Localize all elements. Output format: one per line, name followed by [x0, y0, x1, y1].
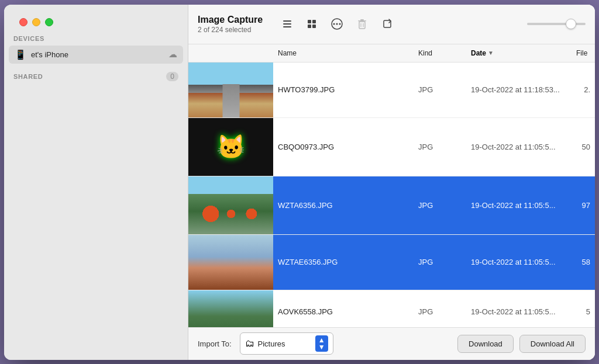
file-name: AOVK6558.JPG — [273, 305, 414, 318]
thumbnail-cell — [188, 118, 273, 176]
svg-rect-1 — [283, 23, 291, 25]
import-to-label: Import To: — [198, 339, 232, 348]
shared-label: SHARED — [13, 73, 166, 80]
table-row[interactable]: CBQO0973.JPG JPG 19-Oct-2022 at 11:05:5.… — [188, 118, 595, 176]
file-list: Name Kind Date ▼ File HWTO3799.JPG JPG 1… — [188, 44, 595, 327]
destination-dropdown-button[interactable]: ▲ ▼ — [315, 335, 328, 352]
device-item[interactable]: 📱 et's iPhone ☁ — [9, 46, 183, 64]
table-header: Name Kind Date ▼ File — [188, 44, 595, 63]
shared-count: 0 — [166, 72, 178, 81]
kind-col-header: Kind — [414, 47, 466, 60]
iphone-icon: 📱 — [15, 49, 26, 60]
traffic-lights — [19, 18, 53, 26]
file-size: 97 — [572, 199, 595, 212]
app-title: Image Capture — [198, 14, 263, 25]
thumbnail-cell — [188, 235, 273, 290]
table-row[interactable]: WZTA6356.JPG JPG 19-Oct-2022 at 11:05:5.… — [188, 176, 595, 235]
grid-view-button[interactable] — [302, 15, 321, 33]
thumbnail-cell — [188, 176, 273, 234]
thumbnail-cell — [188, 63, 273, 117]
row-data: AOVK6558.JPG JPG 19-Oct-2022 at 11:05:5.… — [273, 290, 595, 327]
file-size: 50 — [572, 140, 595, 154]
file-date: 19-Oct-2022 at 11:18:53... — [466, 83, 572, 96]
file-name: HWTO3799.JPG — [273, 83, 414, 96]
svg-rect-6 — [312, 25, 316, 28]
thumbnail-road — [188, 63, 273, 117]
more-button[interactable] — [327, 14, 347, 34]
row-data: WZTAE6356.JPG JPG 19-Oct-2022 at 11:05:5… — [273, 235, 595, 290]
svg-point-8 — [336, 23, 338, 25]
svg-rect-4 — [312, 20, 316, 23]
rotate-icon — [381, 18, 394, 30]
thumbnail-cat — [188, 118, 273, 176]
minimize-button[interactable] — [32, 18, 40, 26]
more-icon — [331, 18, 343, 30]
svg-rect-11 — [360, 19, 364, 20]
row-data: WZTA6356.JPG JPG 19-Oct-2022 at 11:05:5.… — [273, 176, 595, 234]
file-kind: JPG — [414, 255, 466, 269]
file-kind: JPG — [414, 83, 466, 96]
file-name: WZTAE6356.JPG — [273, 255, 414, 269]
trash-icon — [356, 18, 368, 30]
app-title-block: Image Capture 2 of 224 selected — [198, 14, 263, 33]
list-view-button[interactable] — [278, 15, 297, 33]
svg-point-9 — [339, 23, 341, 25]
folder-icon: 🗂 — [245, 338, 254, 349]
sidebar: DEVICES 📱 et's iPhone ☁ SHARED 0 — [4, 5, 188, 360]
download-all-button[interactable]: Download All — [519, 335, 586, 353]
svg-rect-13 — [359, 22, 365, 29]
main-content: Image Capture 2 of 224 selected — [188, 5, 595, 360]
name-col-header: Name — [273, 47, 414, 60]
shared-section: SHARED 0 — [4, 67, 188, 86]
table-row[interactable]: AOVK6558.JPG JPG 19-Oct-2022 at 11:05:5.… — [188, 290, 595, 327]
svg-rect-5 — [308, 25, 311, 28]
thumbnail-flowers — [188, 176, 273, 234]
file-col-header: File — [572, 47, 595, 60]
table-row[interactable]: HWTO3799.JPG JPG 19-Oct-2022 at 11:18:53… — [188, 63, 595, 118]
file-date: 19-Oct-2022 at 11:05:5... — [466, 255, 572, 269]
cloud-icon: ☁ — [168, 49, 177, 60]
zoom-slider[interactable] — [527, 23, 586, 25]
file-kind: JPG — [414, 305, 466, 318]
date-col-header: Date ▼ — [466, 47, 572, 60]
app-window: DEVICES 📱 et's iPhone ☁ SHARED 0 Image C… — [4, 5, 595, 360]
svg-rect-0 — [283, 20, 291, 22]
close-button[interactable] — [19, 18, 27, 26]
file-name: WZTA6356.JPG — [273, 199, 414, 212]
app-subtitle: 2 of 224 selected — [198, 26, 263, 34]
fullscreen-button[interactable] — [45, 18, 53, 26]
thumbnail-blur — [188, 235, 273, 290]
thumbnail-cell — [188, 290, 273, 327]
file-size: 58 — [572, 255, 595, 269]
delete-button[interactable] — [353, 15, 371, 33]
table-row[interactable]: WZTAE6356.JPG JPG 19-Oct-2022 at 11:05:5… — [188, 235, 595, 290]
svg-point-7 — [333, 23, 335, 25]
thumbnail-trees — [188, 290, 273, 327]
file-size: 2. — [572, 83, 595, 96]
destination-label: Pictures — [258, 339, 312, 348]
footer: Import To: 🗂 Pictures ▲ ▼ Download Downl… — [188, 327, 595, 360]
file-date: 19-Oct-2022 at 11:05:5... — [466, 305, 572, 318]
file-kind: JPG — [414, 140, 466, 154]
file-date: 19-Oct-2022 at 11:05:5... — [466, 140, 572, 154]
svg-rect-2 — [283, 26, 291, 27]
zoom-slider-container — [527, 23, 586, 25]
sort-arrow-icon: ▼ — [488, 50, 494, 56]
rotate-button[interactable] — [377, 14, 397, 34]
row-data: CBQO0973.JPG JPG 19-Oct-2022 at 11:05:5.… — [273, 118, 595, 176]
list-view-icon — [281, 18, 293, 30]
file-date: 19-Oct-2022 at 11:05:5... — [466, 199, 572, 212]
device-name: et's iPhone — [31, 50, 168, 59]
file-size: 5 — [572, 305, 595, 318]
grid-view-icon — [306, 18, 318, 30]
devices-section-label: DEVICES — [4, 30, 188, 44]
row-data: HWTO3799.JPG JPG 19-Oct-2022 at 11:18:53… — [273, 63, 595, 117]
toolbar: Image Capture 2 of 224 selected — [188, 5, 595, 44]
destination-picker[interactable]: 🗂 Pictures ▲ ▼ — [240, 332, 333, 355]
file-kind: JPG — [414, 199, 466, 212]
download-button[interactable]: Download — [457, 335, 514, 353]
svg-rect-3 — [308, 20, 311, 23]
file-name: CBQO0973.JPG — [273, 140, 414, 154]
